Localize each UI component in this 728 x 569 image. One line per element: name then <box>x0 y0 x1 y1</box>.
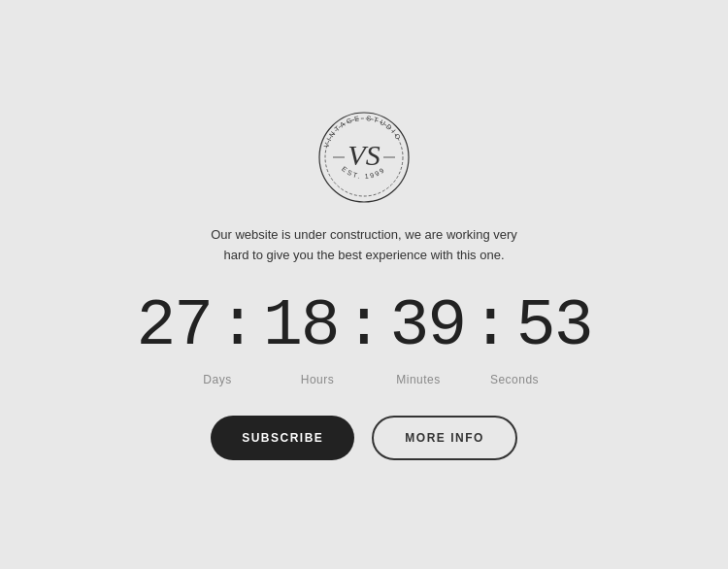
more-info-button[interactable]: MORE INFO <box>372 416 517 460</box>
main-container: VINTAGE STUDIO EST. 1999 VS Our website … <box>137 109 592 460</box>
countdown-display: 27 : 18 : 39 : 53 <box>137 293 592 359</box>
minutes-number: 39 <box>389 293 465 359</box>
logo: VINTAGE STUDIO EST. 1999 VS <box>315 109 413 206</box>
seconds-number: 53 <box>516 293 592 359</box>
days-number: 27 <box>137 293 213 359</box>
svg-text:VS: VS <box>347 139 380 171</box>
seconds-label: Seconds <box>476 373 553 386</box>
separator-2: : <box>345 293 384 359</box>
separator-3: : <box>471 293 511 359</box>
days-label: Days <box>175 373 260 386</box>
minutes-label: Minutes <box>375 373 462 386</box>
hours-number: 18 <box>263 293 339 359</box>
hours-label: Hours <box>274 373 361 386</box>
countdown-labels: Days Hours Minutes Seconds <box>175 373 553 386</box>
action-buttons: SUBSCRIBE MORE INFO <box>211 416 517 460</box>
separator-1: : <box>217 293 257 359</box>
subscribe-button[interactable]: SUBSCRIBE <box>211 416 354 460</box>
tagline-text: Our website is under construction, we ar… <box>199 225 529 266</box>
